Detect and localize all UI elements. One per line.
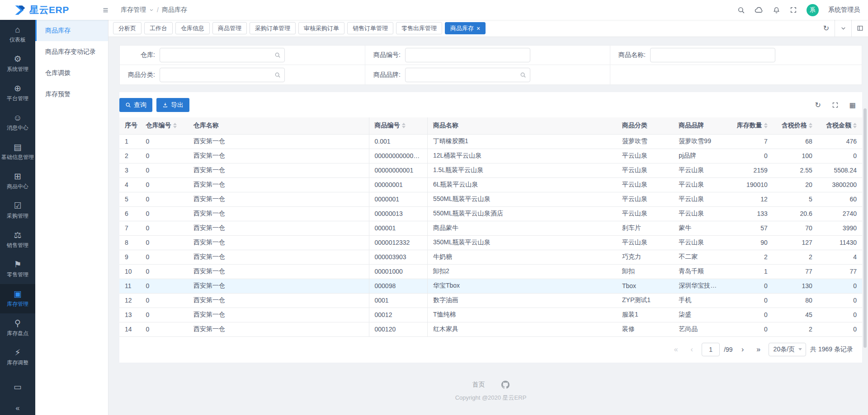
table-cell: 2 xyxy=(119,149,141,163)
table-row[interactable]: 40西安第一仓000000016L瓶装平云山泉平云山泉平云山泉190010203… xyxy=(119,177,862,192)
table-row[interactable]: 130西安第一仓00012T恤纯棉服装1柒盛0450 xyxy=(119,308,862,322)
sidebar-item-platform[interactable]: ⊕平台管理 xyxy=(0,79,35,108)
tab-8[interactable]: 商品库存× xyxy=(445,22,486,34)
tab-7[interactable]: 零售出库管理 xyxy=(396,22,442,34)
last-page-button[interactable]: » xyxy=(753,343,764,356)
sidebar-collapse-button[interactable]: « xyxy=(0,401,35,415)
table-row[interactable]: 100西安第一仓00001000卸扣2卸扣青岛千顺17777 xyxy=(119,264,862,279)
logo[interactable]: 星云ERP xyxy=(0,4,98,16)
tab-5[interactable]: 审核采购订单 xyxy=(298,22,344,34)
table-cell: ZYP测试1 xyxy=(617,293,673,308)
sidebar-item-adjust[interactable]: ⚡库存调整 xyxy=(0,343,35,372)
tab-2[interactable]: 仓库信息 xyxy=(175,22,210,34)
submenu-item-2[interactable]: 仓库调拨 xyxy=(35,62,108,84)
cloud-icon[interactable] xyxy=(755,6,763,14)
submenu-item-3[interactable]: 库存预警 xyxy=(35,84,108,105)
menu-fold-icon[interactable] xyxy=(102,7,109,14)
table-row[interactable]: 80西安第一仓0000012332350ML瓶装平云山泉平云山泉平云山泉9012… xyxy=(119,235,862,250)
bell-icon[interactable] xyxy=(773,6,780,14)
page-size-select[interactable]: 20条/页 xyxy=(769,343,806,356)
sidebar-item-message[interactable]: ☺消息中心 xyxy=(0,108,35,137)
filter-input[interactable] xyxy=(405,48,530,62)
filter-input[interactable] xyxy=(160,48,285,62)
sort-caret-icon[interactable] xyxy=(853,123,857,128)
prev-page-button[interactable]: ‹ xyxy=(686,343,698,356)
sidebar-item-product-center[interactable]: ⊞商品中心 xyxy=(0,167,35,196)
table-row[interactable]: 10西安第一仓0.001丁晴橡胶圈1菠萝吹雪菠萝吹雪99768476 xyxy=(119,134,862,149)
table-row[interactable]: 70西安第一仓000001商品蒙牛刹车片蒙牛57703990 xyxy=(119,221,862,235)
table-row[interactable]: 110西安第一仓000098华宝TboxTbox深圳华宝技术有...01300 xyxy=(119,279,862,293)
tab-6[interactable]: 销售订单管理 xyxy=(347,22,393,34)
table-cell: 9 xyxy=(119,250,141,264)
submenu-item-1[interactable]: 商品库存变动记录 xyxy=(35,41,108,62)
column-header-7[interactable]: 库存数量 xyxy=(727,117,773,134)
github-icon[interactable] xyxy=(501,381,509,389)
breadcrumb-separator: / xyxy=(157,6,159,14)
table-row[interactable]: 140西安第一仓000120红木家具装修艺尚品020 xyxy=(119,322,862,336)
submenu-item-0[interactable]: 商品库存 xyxy=(35,20,108,41)
sidebar-item-finance[interactable]: ▭ xyxy=(0,372,35,401)
search-icon[interactable] xyxy=(737,6,745,14)
table-cell: 000098 xyxy=(369,279,427,293)
sort-caret-icon[interactable] xyxy=(764,123,768,128)
query-button[interactable]: 查询 xyxy=(119,98,152,112)
sidebar-item-stocktake[interactable]: ⚲库存盘点 xyxy=(0,313,35,343)
breadcrumb-section[interactable]: 库存管理 xyxy=(121,6,146,14)
table-refresh-icon[interactable]: ↻ xyxy=(815,102,821,109)
table-cell: 2.55 xyxy=(773,163,818,177)
tab-bar: 分析页工作台仓库信息商品管理采购订单管理审核采购订单销售订单管理零售出库管理商品… xyxy=(108,20,868,37)
table-cell: 0 xyxy=(818,149,862,163)
filter-input[interactable] xyxy=(160,68,285,82)
sidebar-item-system[interactable]: ⚙系统管理 xyxy=(0,49,35,79)
sidebar-item-dashboard[interactable]: ⌂仪表板 xyxy=(0,20,35,49)
tab-label: 工作台 xyxy=(150,24,167,33)
tab-1[interactable]: 工作台 xyxy=(144,22,173,34)
table-row[interactable]: 90西安第一仓000003903牛奶糖巧克力不二家224 xyxy=(119,250,862,264)
sort-caret-icon[interactable] xyxy=(173,123,177,128)
tab-3[interactable]: 商品管理 xyxy=(212,22,247,34)
first-page-button[interactable]: « xyxy=(670,343,682,356)
tab-label: 商品管理 xyxy=(218,24,241,33)
table-cell: 2740 xyxy=(818,206,862,221)
tab-label: 采购订单管理 xyxy=(255,24,290,33)
sidebar-item-base-info[interactable]: ▤基础信息管理 xyxy=(0,137,35,167)
sort-caret-icon[interactable] xyxy=(809,123,812,128)
filter-input[interactable] xyxy=(650,48,775,62)
username[interactable]: 系统管理员 xyxy=(828,6,860,14)
current-page-input[interactable]: 1 xyxy=(702,343,720,356)
table-row[interactable]: 50西安第一仓0000001550ML瓶装平云山泉平云山泉平云山泉12560 xyxy=(119,192,862,206)
vertical-scrollbar[interactable] xyxy=(863,108,867,348)
tabs-refresh-icon[interactable]: ↻ xyxy=(818,20,835,37)
column-header-8[interactable]: 含税价格 xyxy=(773,117,818,134)
table-cell: 0 xyxy=(141,308,188,322)
home-link[interactable]: 首页 xyxy=(472,381,485,389)
tab-0[interactable]: 分析页 xyxy=(113,22,142,34)
sidebar-item-retail[interactable]: ⚑零售管理 xyxy=(0,255,35,284)
next-page-button[interactable]: › xyxy=(737,343,749,356)
table-fullscreen-icon[interactable] xyxy=(832,102,839,108)
export-button[interactable]: 导出 xyxy=(156,98,189,112)
fullscreen-icon[interactable] xyxy=(790,6,797,14)
table-columns-icon[interactable]: ▦ xyxy=(849,102,856,108)
filter-cell: 商品名称: xyxy=(610,46,862,65)
avatar[interactable]: 系 xyxy=(807,4,819,16)
info-list-icon: ▤ xyxy=(14,143,22,151)
sidebar-item-purchase[interactable]: ☑采购管理 xyxy=(0,196,35,225)
table-cell: 西安第一仓 xyxy=(188,134,369,149)
filter-input[interactable] xyxy=(405,68,530,82)
table-row[interactable]: 120西安第一仓0001数字油画ZYP测试1手机0800 xyxy=(119,293,862,308)
column-header-9[interactable]: 含税金额 xyxy=(818,117,862,134)
tabs-dropdown-icon[interactable] xyxy=(835,20,851,37)
tab-close-icon[interactable]: × xyxy=(476,25,480,32)
sidebar-item-sales[interactable]: ⚖销售管理 xyxy=(0,225,35,255)
column-header-3[interactable]: 商品编号 xyxy=(369,117,427,134)
tab-4[interactable]: 采购订单管理 xyxy=(250,22,296,34)
layout-toggle-icon[interactable] xyxy=(851,20,868,37)
table-row[interactable]: 20西安第一仓0000000000000312L桶装平云山泉平云山泉pj品牌01… xyxy=(119,149,862,163)
column-header-1[interactable]: 仓库编号 xyxy=(141,117,188,134)
table-row[interactable]: 30西安第一仓000000000011.5L瓶装平云山泉平云山泉平云山泉2159… xyxy=(119,163,862,177)
sort-caret-icon[interactable] xyxy=(402,123,406,128)
table-row[interactable]: 60西安第一仓00000013550ML瓶装平云山泉酒店平云山泉平云山泉1332… xyxy=(119,206,862,221)
table-cell: 0 xyxy=(141,192,188,206)
sidebar-item-inventory[interactable]: ▣库存管理 xyxy=(0,284,35,313)
